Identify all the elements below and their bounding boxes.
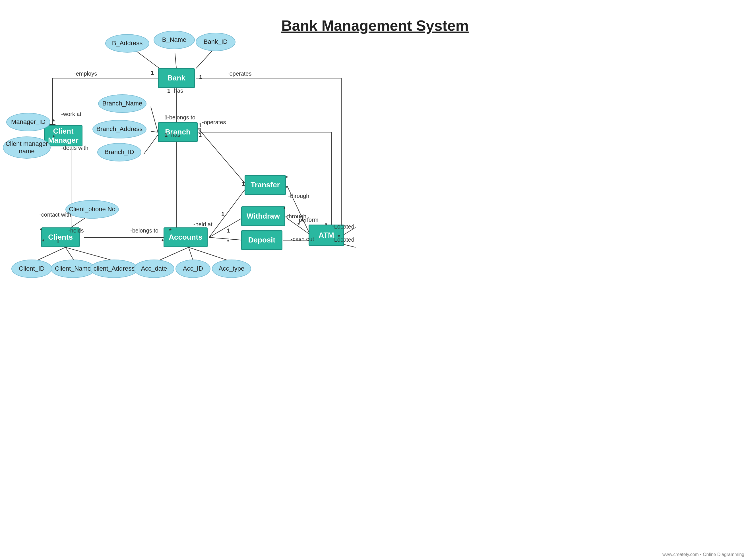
entity-transfer: Transfer <box>244 175 286 195</box>
rel-located2: -Located <box>332 237 354 243</box>
card-holds-1: 1 <box>56 238 59 245</box>
attr-manager-id: Manager_ID <box>6 113 50 131</box>
rel-has-branch: -has <box>169 132 180 138</box>
card-transfer-1: 1 <box>242 180 245 187</box>
card-work-star: * <box>53 118 55 125</box>
rel-deals-with: -deals with <box>61 145 88 151</box>
rel-located1: -Located <box>332 223 354 230</box>
rel-operates-bank: -operates <box>228 71 252 77</box>
card-clients-star: * <box>42 238 44 245</box>
attr-acc-date: Acc_date <box>134 260 174 278</box>
card-contact-star: * <box>40 227 42 233</box>
card-has-bank-1: 1 <box>167 87 170 94</box>
attr-bank-id: Bank_ID <box>196 33 236 51</box>
card-held-star: * <box>169 227 172 234</box>
attr-branch-name: Branch_Name <box>98 94 146 113</box>
attr-client-id: Client_ID <box>12 260 52 278</box>
rel-through-transfer: -through <box>288 193 310 199</box>
attr-b-name: B_Name <box>154 31 195 49</box>
attr-client-manager-name: Client managername <box>3 137 51 159</box>
attr-client-phone: Client_phone No <box>65 200 119 219</box>
card-belongs-acc-star: * <box>161 238 164 245</box>
card-has-branch-1: 1 <box>164 132 167 138</box>
card-deals-star: * <box>53 134 55 141</box>
card-operates-bank-1: 1 <box>199 74 202 80</box>
card-withdraw-star: * <box>283 206 285 213</box>
card-deposit-star: * <box>227 238 229 245</box>
watermark: www.creately.com • Online Diagramming <box>663 552 744 557</box>
card-perform-star2: * <box>325 222 327 228</box>
card-transfer-star2: * <box>285 185 288 191</box>
rel-perform: -perform <box>297 217 318 223</box>
card-held-1: 1 <box>227 227 230 234</box>
card-employs-1: 1 <box>151 69 154 76</box>
rel-has-bank: -has <box>172 87 183 94</box>
attr-branch-id: Branch_ID <box>97 143 141 161</box>
card-withdraw-1: 1 <box>221 211 224 218</box>
attr-acc-type: Acc_type <box>212 260 251 278</box>
rel-belongs-to: -belongs to <box>167 114 195 121</box>
card-belongs-1: 1 <box>164 114 167 121</box>
rel-belongs-to-acc: -belongs to <box>130 227 158 234</box>
rel-held-at: -held at <box>193 221 213 228</box>
entity-deposit: Deposit <box>241 230 282 250</box>
entity-client-manager: ClientManager <box>44 125 82 146</box>
entity-withdraw: Withdraw <box>241 206 285 226</box>
rel-operates-branch: -operates <box>202 119 226 126</box>
attr-acc-id: Acc_ID <box>176 260 211 278</box>
page-title: Bank Management System <box>0 6 750 34</box>
attr-client-address: client_Address <box>90 260 138 278</box>
rel-contact-with: -contact with <box>39 212 71 218</box>
rel-work-at: -work at <box>61 111 81 117</box>
attr-b-address: B_Address <box>105 34 149 53</box>
attr-branch-address: Branch_Address <box>93 120 146 138</box>
card-operates-branch-1c: 1 <box>199 132 202 138</box>
rel-employs: -employs <box>74 71 97 77</box>
card-transfer-star: * <box>285 175 288 181</box>
attr-client-name: Client_Name <box>51 260 95 278</box>
entity-bank: Bank <box>158 68 195 88</box>
rel-cash-out: -cash out <box>291 236 314 242</box>
rel-holds: -holds <box>68 227 84 234</box>
card-perform-star1: * <box>297 222 300 228</box>
